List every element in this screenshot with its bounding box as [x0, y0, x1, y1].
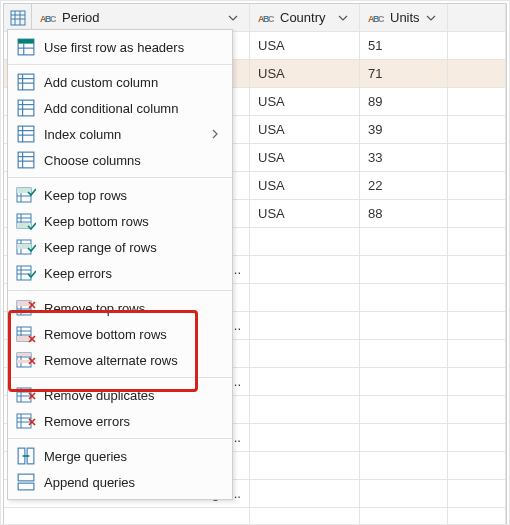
menu-item-remove-alternate[interactable]: Remove alternate rows [8, 347, 232, 373]
menu-item-label: Keep bottom rows [44, 214, 222, 229]
cell-empty [448, 172, 506, 199]
cell-country[interactable] [250, 424, 360, 451]
cell-units[interactable]: 71 [360, 60, 448, 87]
menu-item-remove-top[interactable]: Remove top rows [8, 295, 232, 321]
menu-item-label: Add custom column [44, 75, 222, 90]
cell-units[interactable]: 22 [360, 172, 448, 199]
cell-empty [448, 200, 506, 227]
cell-country[interactable] [250, 368, 360, 395]
cell-units[interactable] [360, 480, 448, 507]
cell-country[interactable]: USA [250, 88, 360, 115]
cell-country[interactable] [250, 480, 360, 507]
cell-units[interactable]: 39 [360, 116, 448, 143]
cell-country[interactable] [250, 452, 360, 479]
menu-item-add-custom-column[interactable]: Add custom column [8, 69, 232, 95]
table-header-icon [16, 37, 36, 57]
cell-units[interactable] [360, 396, 448, 423]
cell-empty [448, 312, 506, 339]
cell-country[interactable] [250, 284, 360, 311]
table-row[interactable] [4, 508, 506, 525]
column-header-empty [448, 4, 506, 31]
menu-item-keep-bottom[interactable]: Keep bottom rows [8, 208, 232, 234]
cell-country[interactable] [250, 256, 360, 283]
cell-country[interactable]: USA [250, 200, 360, 227]
abc-type-icon: ABC [40, 10, 56, 26]
menu-separator [8, 290, 232, 291]
cell-units[interactable] [360, 228, 448, 255]
cell-country[interactable]: USA [250, 144, 360, 171]
column-header-country[interactable]: ABC Country [250, 4, 360, 31]
column-header-label: Country [280, 4, 335, 31]
cell-country[interactable] [250, 508, 360, 525]
menu-item-add-conditional-column[interactable]: Add conditional column [8, 95, 232, 121]
menu-item-label: Add conditional column [44, 101, 222, 116]
menu-item-keep-range[interactable]: Keep range of rows [8, 234, 232, 260]
cell-country[interactable] [250, 340, 360, 367]
menu-separator [8, 64, 232, 65]
cell-units[interactable]: 51 [360, 32, 448, 59]
menu-item-label: Remove duplicates [44, 388, 222, 403]
cell-country[interactable]: USA [250, 116, 360, 143]
cell-empty [448, 452, 506, 479]
column-filter-dropdown[interactable] [335, 10, 351, 26]
cell-units[interactable] [360, 508, 448, 525]
cell-units[interactable]: 88 [360, 200, 448, 227]
cell-country[interactable]: USA [250, 172, 360, 199]
cell-units[interactable] [360, 368, 448, 395]
cell-units[interactable]: 89 [360, 88, 448, 115]
cell-country[interactable]: USA [250, 32, 360, 59]
svg-rect-0 [11, 11, 25, 25]
cell-first[interactable] [4, 508, 250, 525]
menu-item-label: Remove errors [44, 414, 222, 429]
cell-country[interactable] [250, 312, 360, 339]
cell-empty [448, 396, 506, 423]
choose-col-icon [16, 150, 36, 170]
menu-item-remove-bottom[interactable]: Remove bottom rows [8, 321, 232, 347]
menu-separator [8, 438, 232, 439]
menu-item-label: Keep top rows [44, 188, 222, 203]
menu-item-label: Keep range of rows [44, 240, 222, 255]
cell-country[interactable] [250, 228, 360, 255]
cell-units[interactable] [360, 284, 448, 311]
cell-units[interactable] [360, 424, 448, 451]
cell-units[interactable] [360, 452, 448, 479]
cell-empty [448, 88, 506, 115]
cell-empty [448, 424, 506, 451]
cell-country[interactable] [250, 396, 360, 423]
menu-item-remove-duplicates[interactable]: Remove duplicates [8, 382, 232, 408]
cell-empty [448, 284, 506, 311]
svg-rect-17 [17, 301, 31, 306]
sparkle-col-icon [16, 72, 36, 92]
cell-empty [448, 32, 506, 59]
table-menu-button[interactable] [4, 4, 32, 31]
cell-empty [448, 228, 506, 255]
menu-item-remove-errors[interactable]: Remove errors [8, 408, 232, 434]
abc-type-icon: ABC [368, 10, 384, 26]
cell-units[interactable] [360, 340, 448, 367]
menu-separator [8, 377, 232, 378]
cell-units[interactable] [360, 312, 448, 339]
menu-item-choose-columns[interactable]: Choose columns [8, 147, 232, 173]
menu-item-label: Use first row as headers [44, 40, 222, 55]
cell-units[interactable] [360, 256, 448, 283]
menu-item-index-column[interactable]: Index column [8, 121, 232, 147]
column-header-period[interactable]: ABC Period [32, 4, 250, 31]
menu-item-merge-queries[interactable]: Merge queries [8, 443, 232, 469]
cell-empty [448, 60, 506, 87]
column-filter-dropdown[interactable] [225, 10, 241, 26]
table-context-menu: Use first row as headersAdd custom colum… [7, 29, 233, 500]
menu-item-keep-top[interactable]: Keep top rows [8, 182, 232, 208]
remove-err-icon [16, 411, 36, 431]
menu-item-append-queries[interactable]: Append queries [8, 469, 232, 495]
svg-text:C: C [268, 14, 274, 24]
append-icon [16, 472, 36, 492]
index-col-icon [16, 124, 36, 144]
cond-col-icon [16, 98, 36, 118]
menu-item-use-first-row[interactable]: Use first row as headers [8, 34, 232, 60]
column-header-units[interactable]: ABC Units [360, 4, 448, 31]
menu-item-keep-errors[interactable]: Keep errors [8, 260, 232, 286]
cell-units[interactable]: 33 [360, 144, 448, 171]
column-filter-dropdown[interactable] [423, 10, 439, 26]
cell-country[interactable]: USA [250, 60, 360, 87]
remove-alt-icon [16, 350, 36, 370]
